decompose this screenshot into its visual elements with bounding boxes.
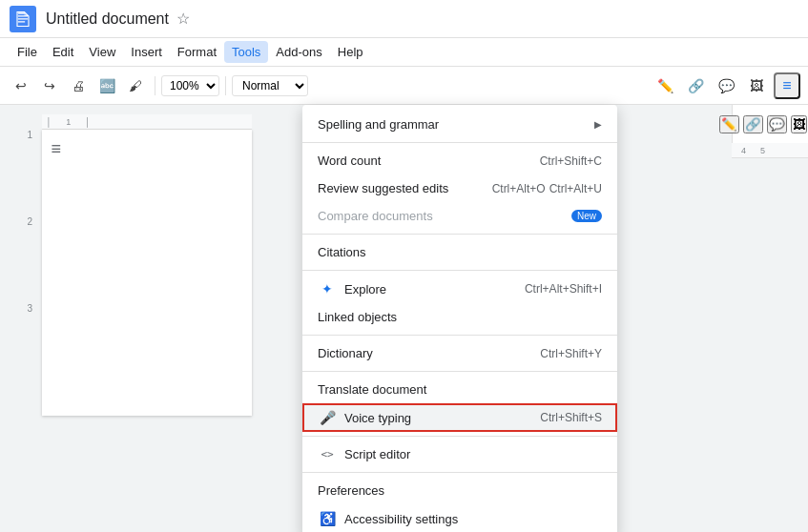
- style-select[interactable]: Normal: [232, 75, 308, 96]
- ruler-marks: │ 1 │: [47, 117, 91, 127]
- right-comment-button[interactable]: 💬: [767, 115, 787, 133]
- toolbar: ↩ ↪ 🖨 🔤 🖌 100% Normal ✏️ 🔗 💬 🖼 ≡: [0, 67, 808, 105]
- ruler-right-marks: 4 5: [736, 146, 765, 155]
- separator-6: [302, 436, 617, 437]
- toolbar-right: ✏️ 🔗 💬 🖼 ≡: [652, 72, 800, 99]
- microphone-icon: 🎤: [318, 410, 337, 425]
- menu-item-translate[interactable]: Translate document: [302, 376, 617, 403]
- undo-button[interactable]: ↩: [8, 72, 34, 99]
- right-link-button[interactable]: 🔗: [743, 115, 763, 133]
- shortcut-review: Ctrl+Alt+O Ctrl+Alt+U: [492, 182, 602, 195]
- print-button[interactable]: 🖨: [65, 72, 92, 99]
- pencil-button[interactable]: ✏️: [652, 72, 678, 99]
- shortcut-voicetyping: Ctrl+Shift+S: [540, 411, 602, 424]
- shortcut-wordcount: Ctrl+Shift+C: [540, 154, 602, 168]
- svg-rect-3: [18, 21, 26, 22]
- link-button[interactable]: 🔗: [682, 72, 709, 99]
- shortcut-explore: Ctrl+Alt+Shift+I: [525, 282, 602, 296]
- new-badge: New: [571, 210, 602, 222]
- comment-button[interactable]: 💬: [713, 72, 739, 99]
- menu-item-wordcount[interactable]: Word count Ctrl+Shift+C: [302, 147, 617, 174]
- separator-5: [302, 371, 617, 372]
- title-bar: Untitled document ☆: [0, 0, 808, 38]
- ruler-right: 4 5: [732, 143, 808, 158]
- accessibility-icon: ♿: [318, 511, 337, 526]
- tools-dropdown: Spelling and grammar ▶ Word count Ctrl+S…: [302, 105, 617, 532]
- sidebar-button[interactable]: ≡: [774, 72, 800, 99]
- menu-item-voicetyping[interactable]: 🎤 Voice typing Ctrl+Shift+S: [302, 403, 617, 432]
- document-title: Untitled document: [46, 10, 169, 28]
- zoom-select[interactable]: 100%: [161, 75, 219, 96]
- menu-item-scripteditor[interactable]: <> Script editor: [302, 440, 617, 468]
- menu-bar: File Edit View Insert Format Tools Add-o…: [0, 38, 808, 67]
- svg-rect-0: [18, 12, 26, 14]
- star-icon[interactable]: ☆: [176, 10, 190, 28]
- menu-item-linked[interactable]: Linked objects: [302, 303, 617, 331]
- separator-4: [302, 335, 617, 336]
- shortcut-dictionary: Ctrl+Shift+Y: [540, 347, 602, 360]
- shortcut-review-1: Ctrl+Alt+O: [492, 182, 546, 195]
- app-icon: [10, 6, 36, 32]
- menu-file[interactable]: File: [10, 41, 45, 63]
- toolbar-divider-2: [225, 76, 226, 95]
- menu-tools[interactable]: Tools: [224, 41, 268, 63]
- code-icon: <>: [318, 448, 337, 460]
- ruler-top: │ 1 │: [42, 114, 252, 130]
- menu-insert[interactable]: Insert: [123, 41, 170, 63]
- svg-rect-2: [18, 18, 29, 19]
- menu-addons[interactable]: Add-ons: [268, 41, 329, 63]
- menu-item-citations[interactable]: Citations: [302, 238, 617, 266]
- separator-2: [302, 234, 617, 235]
- separator-7: [302, 472, 617, 473]
- right-image-button[interactable]: 🖼: [791, 115, 807, 133]
- menu-item-review[interactable]: Review suggested edits Ctrl+Alt+O Ctrl+A…: [302, 174, 617, 202]
- separator-1: [302, 142, 617, 143]
- arrow-icon: ▶: [594, 119, 602, 130]
- right-panel: Spelling and grammar ▶ Word count Ctrl+S…: [274, 105, 808, 532]
- document-area: 1 2 3 │ 1 │ ≡: [0, 105, 274, 532]
- main-area: 1 2 3 │ 1 │ ≡ Spelling and grammar ▶: [0, 105, 808, 532]
- menu-item-preferences[interactable]: Preferences: [302, 477, 617, 504]
- menu-view[interactable]: View: [81, 41, 123, 63]
- paintformat-button[interactable]: 🖌: [122, 72, 149, 99]
- menu-help[interactable]: Help: [330, 41, 371, 63]
- explore-icon: ✦: [318, 281, 337, 297]
- menu-item-accessibility[interactable]: ♿ Accessibility settings: [302, 504, 617, 532]
- right-toolbar: ✏️ 🔗 💬 🖼 ≡: [732, 105, 808, 143]
- menu-item-explore[interactable]: ✦ Explore Ctrl+Alt+Shift+I: [302, 275, 617, 303]
- menu-edit[interactable]: Edit: [45, 41, 81, 63]
- document-page[interactable]: ≡: [42, 130, 252, 416]
- menu-item-compare: Compare documents New: [302, 202, 617, 230]
- spellcheck-button[interactable]: 🔤: [93, 72, 120, 99]
- shortcut-review-2: Ctrl+Alt+U: [549, 182, 602, 195]
- separator-3: [302, 270, 617, 271]
- right-pencil-button[interactable]: ✏️: [719, 115, 739, 133]
- document-icon: ≡: [52, 139, 62, 159]
- toolbar-divider-1: [155, 76, 155, 95]
- menu-item-spelling[interactable]: Spelling and grammar ▶: [302, 111, 617, 138]
- redo-button[interactable]: ↪: [36, 72, 63, 99]
- menu-item-dictionary[interactable]: Dictionary Ctrl+Shift+Y: [302, 339, 617, 367]
- image-button[interactable]: 🖼: [743, 72, 770, 99]
- menu-format[interactable]: Format: [170, 41, 224, 63]
